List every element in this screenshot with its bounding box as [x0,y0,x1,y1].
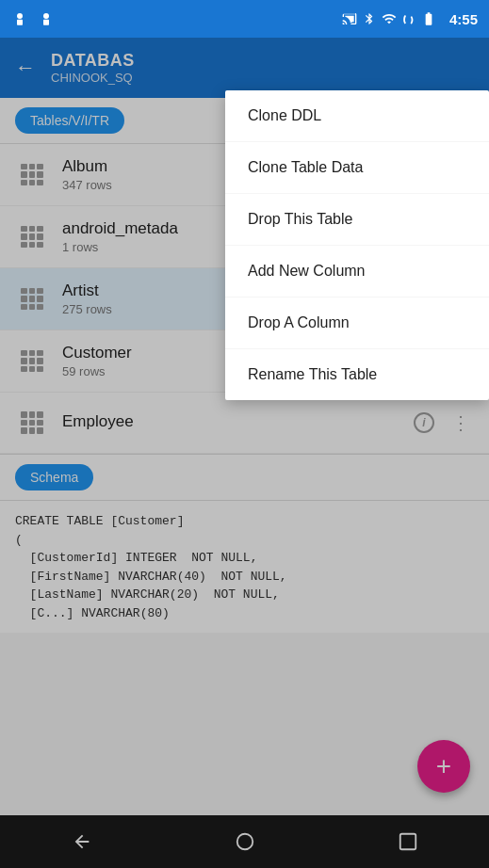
dropdown-menu: Clone DDL Clone Table Data Drop This Tab… [225,90,489,400]
dropdown-item-drop-a-column[interactable]: Drop A Column [225,297,489,349]
dropdown-item-clone-table-data[interactable]: Clone Table Data [225,142,489,194]
status-icons: 4:55 [342,11,478,27]
dropdown-item-drop-this-table[interactable]: Drop This Table [225,194,489,246]
status-time: 4:55 [449,11,478,27]
android-icon2 [38,10,55,27]
wifi-icon [382,11,397,26]
signal-icon [402,11,416,26]
svg-point-2 [43,13,49,19]
dropdown-overlay[interactable]: Clone DDL Clone Table Data Drop This Tab… [0,38,489,868]
svg-point-0 [17,13,23,19]
bluetooth-icon [363,11,376,26]
svg-rect-3 [43,20,49,25]
battery-icon [421,11,436,26]
dropdown-item-add-new-column[interactable]: Add New Column [225,246,489,297]
status-bar-left-icons [11,10,55,27]
cast-icon [342,11,357,26]
dropdown-item-rename-this-table[interactable]: Rename This Table [225,349,489,400]
svg-rect-1 [17,20,23,25]
status-bar: 4:55 [0,0,489,38]
android-icon [11,10,28,27]
dropdown-item-clone-ddl[interactable]: Clone DDL [225,90,489,142]
